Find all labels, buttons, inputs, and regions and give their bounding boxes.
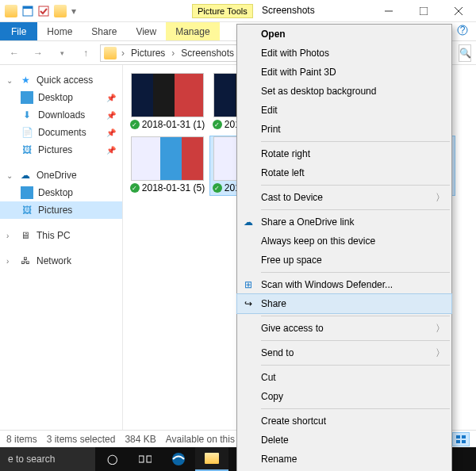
chevron-right-icon[interactable]: › <box>170 48 176 59</box>
up-button[interactable]: ↑ <box>76 44 95 63</box>
cloud-icon: ☁ <box>242 216 255 228</box>
qat-dropdown-icon[interactable]: ▾ <box>71 6 76 17</box>
label: This PC <box>36 230 71 241</box>
separator <box>261 185 450 186</box>
crumb-screenshots[interactable]: Screenshots <box>179 48 236 59</box>
taskbar-search[interactable]: e to search <box>0 447 95 471</box>
sync-icon: ✓ <box>213 183 222 193</box>
sidebar-this-pc[interactable]: ›🖥This PC <box>0 227 122 244</box>
ctx-print[interactable]: Print <box>237 120 451 139</box>
tab-manage[interactable]: Manage <box>166 22 219 40</box>
sync-icon: ✓ <box>213 120 222 129</box>
ctx-cut[interactable]: Cut <box>237 368 451 387</box>
ctx-open[interactable]: Open <box>237 25 451 44</box>
qat-checkbox-icon[interactable] <box>38 6 49 17</box>
file-item[interactable]: ✓2018-01-31 (1) <box>128 73 207 132</box>
maximize-button[interactable] <box>406 0 441 22</box>
separator <box>261 365 450 366</box>
shield-icon: ⊞ <box>242 278 255 291</box>
ctx-set-background[interactable]: Set as desktop background <box>237 82 451 101</box>
cortana-icon[interactable]: ◯ <box>95 447 129 471</box>
ctx-edit[interactable]: Edit <box>237 101 451 120</box>
sync-icon: ✓ <box>130 183 140 193</box>
sidebar-documents[interactable]: 📄Documents📌 <box>0 124 122 141</box>
tab-share[interactable]: Share <box>82 22 126 40</box>
search-button[interactable]: 🔍 <box>459 44 471 62</box>
sidebar-od-desktop[interactable]: Desktop <box>0 184 122 201</box>
label: Downloads <box>38 109 85 121</box>
svg-rect-15 <box>462 440 466 443</box>
help-icon[interactable]: ? <box>457 25 468 38</box>
label: Desktop <box>38 187 73 198</box>
sidebar-desktop[interactable]: Desktop📌 <box>0 89 122 106</box>
svg-text:?: ? <box>460 25 466 36</box>
separator <box>261 141 450 142</box>
ctx-onedrive-share[interactable]: ☁Share a OneDrive link <box>237 213 451 232</box>
minimize-button[interactable] <box>371 0 406 22</box>
label: Documents <box>38 127 86 138</box>
ctx-send-to[interactable]: Send to〉 <box>237 343 451 362</box>
folder-icon <box>5 5 17 17</box>
folder-icon <box>54 5 67 17</box>
qat-properties-icon[interactable] <box>22 6 33 17</box>
ctx-rotate-left[interactable]: Rotate left <box>237 163 451 182</box>
ctx-defender[interactable]: ⊞Scan with Windows Defender... <box>237 275 451 294</box>
tab-file[interactable]: File <box>0 22 37 40</box>
chevron-right-icon: 〉 <box>436 347 445 360</box>
chevron-right-icon: 〉 <box>436 322 445 335</box>
tab-view[interactable]: View <box>126 22 166 40</box>
separator <box>261 209 450 210</box>
svg-rect-17 <box>147 456 152 462</box>
ctx-cast[interactable]: Cast to Device〉 <box>237 188 451 207</box>
sidebar-downloads[interactable]: ⬇Downloads📌 <box>0 106 122 124</box>
pin-icon: 📌 <box>106 128 116 137</box>
crumb-pictures[interactable]: Pictures <box>129 48 167 59</box>
picture-tools-tab[interactable]: Picture Tools <box>192 4 253 18</box>
back-button[interactable]: ← <box>5 44 24 63</box>
tab-home[interactable]: Home <box>37 22 82 40</box>
explorer-icon[interactable] <box>195 447 228 471</box>
svg-rect-2 <box>39 6 48 16</box>
ctx-edit-photos[interactable]: Edit with Photos <box>237 44 451 63</box>
view-thumbnails-button[interactable] <box>452 432 470 446</box>
label: Quick access <box>36 75 93 86</box>
ctx-rename[interactable]: Rename <box>237 450 451 469</box>
ctx-delete[interactable]: Delete <box>237 431 451 450</box>
svg-rect-1 <box>23 6 33 9</box>
file-name: 2018-01-31 (5) <box>142 182 205 193</box>
separator <box>261 272 450 273</box>
pin-icon: 📌 <box>106 94 116 102</box>
svg-rect-14 <box>456 440 460 443</box>
ctx-edit-paint3d[interactable]: Edit with Paint 3D <box>237 63 451 82</box>
sidebar-od-pictures[interactable]: 🖼Pictures <box>0 201 122 219</box>
ctx-onedrive-free[interactable]: Free up space <box>237 251 451 270</box>
sidebar-network[interactable]: ›🖧Network <box>0 252 122 270</box>
svg-rect-13 <box>462 435 466 438</box>
edge-icon[interactable] <box>162 447 195 471</box>
ctx-onedrive-keep[interactable]: Always keep on this device <box>237 232 451 251</box>
share-icon: ↪ <box>242 297 255 310</box>
task-view-icon[interactable] <box>129 447 162 471</box>
ctx-give-access[interactable]: Give access to〉 <box>237 319 451 338</box>
label: Pictures <box>38 144 72 155</box>
context-menu: Open Edit with Photos Edit with Paint 3D… <box>236 24 452 471</box>
sidebar-pictures[interactable]: 🖼Pictures📌 <box>0 141 122 159</box>
sidebar-quick-access[interactable]: ⌄★Quick access <box>0 71 122 89</box>
chevron-right-icon[interactable]: › <box>120 48 126 59</box>
label: Pictures <box>38 205 72 216</box>
file-item[interactable]: ✓2018-01-31 (5) <box>128 136 207 195</box>
ctx-rotate-right[interactable]: Rotate right <box>237 144 451 163</box>
separator <box>261 316 450 316</box>
ctx-shortcut[interactable]: Create shortcut <box>237 412 451 431</box>
chevron-right-icon: 〉 <box>436 191 445 205</box>
ctx-copy[interactable]: Copy <box>237 387 451 406</box>
status-size: 384 KB <box>125 434 155 445</box>
ctx-share[interactable]: ↪Share <box>237 294 451 313</box>
nav-sidebar: ⌄★Quick access Desktop📌 ⬇Downloads📌 📄Doc… <box>0 65 123 446</box>
sidebar-onedrive[interactable]: ⌄☁OneDrive <box>0 167 122 184</box>
svg-rect-16 <box>139 456 144 462</box>
recent-dropdown[interactable]: ▾ <box>52 44 71 63</box>
close-button[interactable] <box>441 0 476 22</box>
file-name: 2018-01-31 (1) <box>142 119 205 130</box>
forward-button[interactable]: → <box>29 44 48 63</box>
